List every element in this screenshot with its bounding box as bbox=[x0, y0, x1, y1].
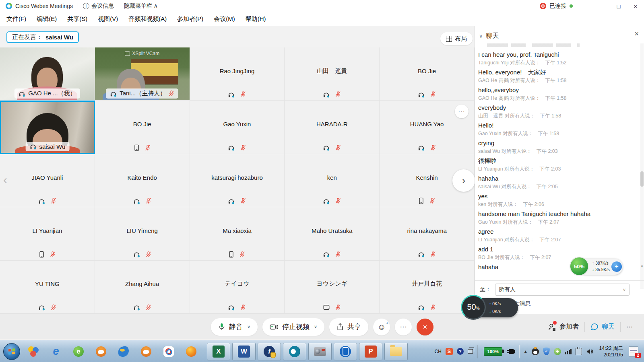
collapse-chevron-icon[interactable]: ∨ bbox=[479, 33, 483, 39]
kingsoft-app-icon[interactable] bbox=[118, 346, 130, 358]
participant-tile[interactable]: Ma xiaoxia bbox=[190, 207, 285, 260]
windows-start-button[interactable] bbox=[3, 343, 20, 360]
antivirus-icon[interactable]: + bbox=[554, 348, 561, 355]
participant-tile[interactable]: katsuragi hozaburo bbox=[190, 154, 285, 207]
participant-tile[interactable]: Maho Uratsuka bbox=[285, 207, 380, 260]
participant-tile[interactable]: 井戸川百花 bbox=[380, 261, 475, 314]
participant-name: Kaito Endo bbox=[95, 174, 190, 181]
menu-item-6[interactable]: 会议(M) bbox=[214, 15, 235, 23]
info-icon: i bbox=[83, 3, 89, 9]
taskbar-clock[interactable]: 14:22 周二2021/1/5 bbox=[599, 345, 623, 358]
participant-tile[interactable]: LI Yuanjian bbox=[0, 207, 95, 260]
participant-tile[interactable]: BO Jie bbox=[95, 101, 190, 154]
browser-360-icon[interactable]: e bbox=[72, 346, 85, 358]
participant-tile[interactable]: GAO He ...（我） bbox=[0, 47, 95, 101]
net-speed-widget-green[interactable]: 50% ↑ 387K/s ↓ 35.9K/s + bbox=[570, 258, 623, 276]
participant-tile[interactable]: Gao Yuxin bbox=[190, 101, 285, 154]
security-shield-icon[interactable]: ✓ bbox=[543, 348, 550, 355]
menu-item-0[interactable]: 文件(F) bbox=[6, 15, 26, 23]
chat-scrollbar-thumb[interactable] bbox=[640, 171, 644, 187]
network-signal-icon[interactable] bbox=[565, 348, 572, 354]
clipboard-icon[interactable] bbox=[576, 348, 582, 355]
powerpoint-taskbar-button[interactable]: P bbox=[359, 343, 382, 360]
speed-ball[interactable]: 50% bbox=[570, 257, 589, 276]
menu-item-7[interactable]: 帮助(H) bbox=[246, 15, 266, 23]
minimize-button[interactable]: — bbox=[593, 0, 610, 12]
next-page-arrow[interactable]: › bbox=[452, 169, 475, 192]
chevron-down-icon[interactable]: ∨ bbox=[247, 324, 250, 329]
chat-scrollbar[interactable] bbox=[640, 43, 644, 289]
participant-tile[interactable]: LIU Yimeng bbox=[95, 207, 190, 260]
flash-player-taskbar-button[interactable]: f bbox=[258, 343, 281, 360]
share-button[interactable]: 共享 bbox=[329, 318, 368, 336]
participant-tile[interactable]: HARADA.R bbox=[285, 101, 380, 154]
participant-tile[interactable]: テイコウ bbox=[190, 261, 285, 314]
participant-tile[interactable]: Kaito Endo bbox=[95, 154, 190, 207]
participant-tile[interactable]: Rao JingJing bbox=[190, 47, 285, 101]
internet-explorer-icon[interactable]: e bbox=[50, 346, 62, 358]
menu-item-2[interactable]: 共享(S) bbox=[67, 15, 87, 23]
participant-tile[interactable]: ken bbox=[285, 154, 380, 207]
maximize-button[interactable]: □ bbox=[610, 0, 627, 12]
menu-item-1[interactable]: 编辑(E) bbox=[37, 15, 57, 23]
participant-tile[interactable]: rina nakayama bbox=[380, 207, 475, 260]
participant-name-label: saisai Wu bbox=[26, 142, 70, 151]
file-explorer-taskbar-button[interactable] bbox=[384, 343, 408, 360]
baidu-netdisk-icon[interactable] bbox=[163, 346, 175, 358]
notes-app-icon[interactable]: 2 bbox=[629, 346, 638, 357]
mute-button[interactable]: 静音 ∨ bbox=[211, 318, 258, 336]
media-player-icon[interactable] bbox=[27, 346, 39, 358]
participant-tile[interactable]: JIAO Yuanli bbox=[0, 154, 95, 207]
firefox-icon[interactable] bbox=[185, 346, 197, 358]
net-speed-widget-dark[interactable]: 50% ↑ 0K/s ↓ 0K/s bbox=[461, 296, 518, 319]
participants-button[interactable]: 参加者 bbox=[548, 323, 579, 331]
participant-tile[interactable]: saisai Wu bbox=[0, 101, 95, 154]
add-button[interactable]: + bbox=[611, 261, 622, 272]
chat-toggle-button[interactable]: 聊天 bbox=[590, 323, 615, 331]
word-taskbar-button[interactable]: W bbox=[232, 343, 256, 360]
mobile-suite-taskbar-button[interactable] bbox=[334, 343, 357, 360]
scroll-down-arrow[interactable]: ▼ bbox=[640, 265, 644, 268]
menu-item-3[interactable]: 视图(V) bbox=[98, 15, 118, 23]
more-options-button[interactable]: ··· bbox=[395, 319, 412, 335]
excel-taskbar-button[interactable]: X bbox=[207, 343, 230, 360]
menu-item-4[interactable]: 音频和视频(A) bbox=[128, 15, 167, 23]
layout-button[interactable]: 布局 bbox=[440, 32, 473, 45]
cheetah-browser-2-icon[interactable] bbox=[140, 346, 152, 358]
webex-taskbar-button[interactable] bbox=[283, 343, 306, 360]
chat-close-button[interactable]: × bbox=[634, 30, 639, 38]
tile-more-button[interactable]: ··· bbox=[455, 105, 469, 118]
sogou-input-icon[interactable]: S bbox=[446, 348, 453, 355]
participant-tile[interactable]: 山田 遥貴 bbox=[285, 47, 380, 101]
participant-tile[interactable]: YU TING bbox=[0, 261, 95, 314]
qq-icon[interactable] bbox=[532, 348, 539, 355]
participant-tile[interactable]: Zhang Aihua bbox=[95, 261, 190, 314]
reactions-button[interactable]: ☺+ bbox=[373, 319, 390, 335]
speed-ball[interactable]: 50% bbox=[461, 295, 486, 320]
hide-menubar-button[interactable]: 隐藏菜单栏 ∧ bbox=[124, 2, 158, 10]
chat-message: I can hear you, prof. TaniguchiTaniguchi… bbox=[478, 50, 626, 67]
leave-meeting-button[interactable]: × bbox=[417, 319, 433, 335]
headset-icon bbox=[418, 304, 425, 311]
tray-expand-arrow[interactable]: ▲ bbox=[524, 349, 528, 354]
previous-page-arrow[interactable]: ‹ bbox=[3, 173, 7, 187]
help-icon[interactable]: ? bbox=[457, 348, 464, 355]
participant-name: 山田 遥貴 bbox=[285, 67, 379, 74]
battery-indicator[interactable]: 100% bbox=[484, 347, 502, 356]
more-panels-button[interactable]: ··· bbox=[626, 323, 633, 331]
camcorder-taskbar-button[interactable] bbox=[308, 343, 332, 360]
chevron-down-icon[interactable]: ∨ bbox=[314, 324, 317, 329]
participant-tile[interactable]: HUANG Yao··· bbox=[380, 101, 475, 154]
language-indicator[interactable]: CH bbox=[434, 349, 441, 354]
stop-video-button[interactable]: 停止视频 ∨ bbox=[262, 318, 324, 336]
meeting-info-button[interactable]: 会议信息 bbox=[91, 2, 114, 10]
participant-tile[interactable]: XSplit VCamTani...（主持人） bbox=[95, 47, 190, 101]
close-window-button[interactable]: × bbox=[627, 0, 644, 12]
menu-item-5[interactable]: 参加者(P) bbox=[177, 15, 203, 23]
participant-tile[interactable]: BO Jie bbox=[380, 47, 475, 101]
cheetah-browser-icon[interactable] bbox=[95, 346, 107, 358]
participant-tile[interactable]: ヨウシンギ bbox=[285, 261, 380, 314]
volume-icon[interactable] bbox=[586, 348, 593, 355]
recipient-select[interactable]: 所有人 ∨ bbox=[495, 284, 630, 296]
restore-window-icon[interactable] bbox=[468, 349, 473, 354]
